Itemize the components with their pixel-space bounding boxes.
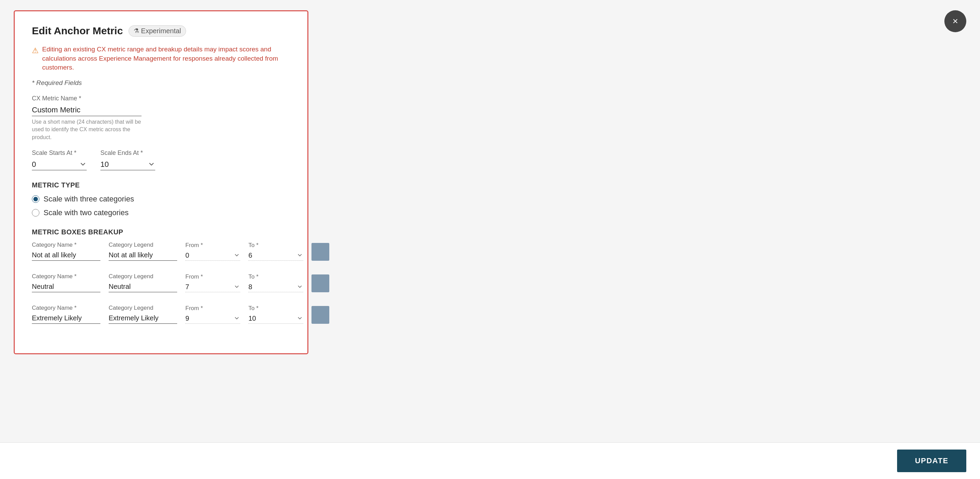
col-label-legend-2: Category Legend [109,273,177,280]
breakup-col-from-1: From * 0 [185,242,240,261]
breakup-col-to-2: To * 8 [248,274,303,292]
warning-banner: ⚠ Editing an existing CX metric range an… [32,45,290,72]
category-name-input-1[interactable] [32,250,100,261]
from-select-3[interactable]: 9 [185,313,240,324]
page-container: Edit Anchor Metric ⚗ Experimental ⚠ Edit… [0,0,980,479]
radio-two-categories[interactable]: Scale with two categories [32,208,290,217]
category-legend-input-3[interactable] [109,313,177,324]
page-footer: UPDATE [0,442,980,479]
metric-type-heading: METRIC TYPE [32,181,290,189]
metric-boxes-heading: METRIC BOXES BREAKUP [32,228,290,236]
breakup-col-name-1: Category Name * [32,242,100,261]
to-select-3[interactable]: 10 [248,313,303,324]
cx-metric-name-label: CX Metric Name * [32,95,290,102]
col-label-legend-3: Category Legend [109,305,177,312]
breakup-col-to-1: To * 6 [248,242,303,261]
col-label-to-2: To * [248,274,303,280]
radio-three-categories-input[interactable] [32,195,40,203]
main-content: Edit Anchor Metric ⚗ Experimental ⚠ Edit… [0,0,980,442]
breakup-col-name-3: Category Name * [32,305,100,324]
category-legend-input-2[interactable] [109,281,177,292]
close-button[interactable]: × [944,10,966,32]
radio-three-categories[interactable]: Scale with three categories [32,195,290,204]
metric-type-radio-group: Scale with three categories Scale with t… [32,195,290,217]
warning-message: Editing an existing CX metric range and … [42,45,290,72]
to-select-2[interactable]: 8 [248,282,303,292]
breakup-row-3: Category Name * Category Legend From * 9 [32,305,290,326]
required-fields-label: * Required Fields [32,79,290,87]
scale-starts-select[interactable]: 0 1 [32,159,87,170]
cx-metric-name-group: CX Metric Name * Use a short name (24 ch… [32,95,290,141]
breakup-row-1: Category Name * Category Legend From * 0 [32,242,290,264]
col-label-category-name-3: Category Name * [32,305,100,312]
scale-starts-field: Scale Starts At * 0 1 [32,150,87,170]
experimental-badge: ⚗ Experimental [129,25,186,37]
col-label-category-name-1: Category Name * [32,242,100,248]
close-icon: × [953,16,958,27]
from-select-1[interactable]: 0 [185,250,240,261]
breakup-col-legend-3: Category Legend [109,305,177,324]
radio-two-categories-label: Scale with two categories [43,208,129,217]
from-select-2[interactable]: 7 [185,282,240,292]
color-swatch-1[interactable] [312,243,329,261]
scale-ends-field: Scale Ends At * 10 5 [100,150,155,170]
scale-row: Scale Starts At * 0 1 Scale Ends At * 10… [32,150,290,170]
badge-label: Experimental [141,27,181,35]
breakup-col-name-2: Category Name * [32,273,100,292]
color-swatch-3[interactable] [312,306,329,324]
scale-starts-label: Scale Starts At * [32,150,87,157]
warning-icon: ⚠ [32,46,39,56]
color-swatch-2[interactable] [312,274,329,292]
cx-metric-name-input[interactable] [32,104,142,116]
edit-card: Edit Anchor Metric ⚗ Experimental ⚠ Edit… [14,10,309,354]
category-name-input-2[interactable] [32,281,100,292]
flask-icon: ⚗ [134,27,139,35]
breakup-col-legend-1: Category Legend [109,242,177,261]
col-label-from-3: From * [185,305,240,312]
col-label-legend-1: Category Legend [109,242,177,248]
card-header: Edit Anchor Metric ⚗ Experimental [32,25,290,37]
metric-boxes-breakup-section: METRIC BOXES BREAKUP Category Name * Cat… [32,228,290,326]
cx-metric-name-hint: Use a short name (24 characters) that wi… [32,118,148,141]
to-select-1[interactable]: 6 [248,250,303,261]
col-label-to-1: To * [248,242,303,249]
radio-three-categories-label: Scale with three categories [43,195,134,204]
card-title: Edit Anchor Metric [32,25,123,37]
breakup-row-2: Category Name * Category Legend From * 7 [32,273,290,295]
update-button[interactable]: UPDATE [897,450,966,472]
breakup-col-from-2: From * 7 [185,274,240,292]
col-label-from-1: From * [185,242,240,249]
category-legend-input-1[interactable] [109,250,177,261]
col-label-category-name-2: Category Name * [32,273,100,280]
col-label-from-2: From * [185,274,240,280]
breakup-col-to-3: To * 10 [248,305,303,324]
breakup-col-legend-2: Category Legend [109,273,177,292]
col-label-to-3: To * [248,305,303,312]
breakup-col-from-3: From * 9 [185,305,240,324]
scale-ends-select[interactable]: 10 5 [100,159,155,170]
radio-two-categories-input[interactable] [32,209,40,216]
category-name-input-3[interactable] [32,313,100,324]
scale-ends-label: Scale Ends At * [100,150,155,157]
